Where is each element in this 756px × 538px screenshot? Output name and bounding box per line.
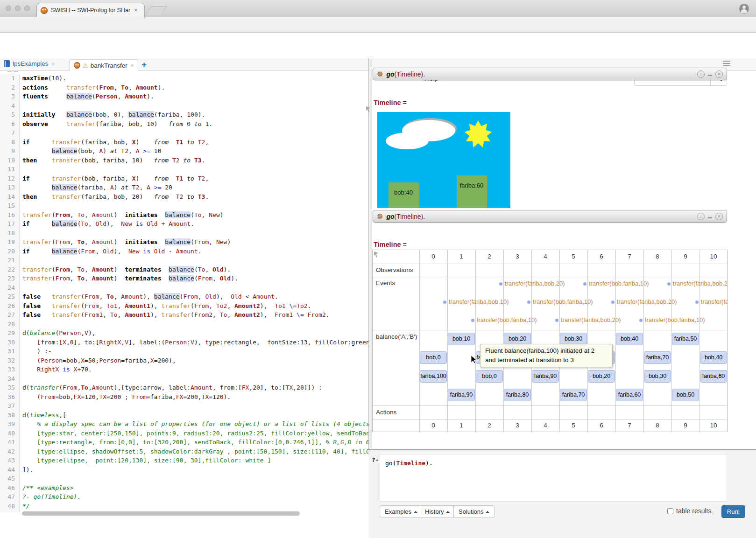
grid-line <box>373 277 727 277</box>
event-dot[interactable] <box>443 300 446 304</box>
balance-box[interactable]: bob,20 <box>504 333 531 345</box>
code-line <box>22 229 368 238</box>
balance-box[interactable]: fariba,100 <box>420 370 447 383</box>
window-close-button[interactable] <box>6 6 11 11</box>
line-number: 11 <box>0 165 15 174</box>
code-line: [type:ellipse, point:[20,130], size:[90,… <box>22 456 368 465</box>
balance-box[interactable]: bob,40 <box>700 351 727 364</box>
event-dot[interactable] <box>639 319 643 322</box>
tab-close-icon[interactable]: × <box>134 7 137 14</box>
close-icon[interactable]: × <box>52 61 55 67</box>
balance-box[interactable]: fariba,60 <box>616 389 643 401</box>
event-dot[interactable] <box>611 300 615 304</box>
balance-box[interactable]: bob,0 <box>420 351 447 364</box>
timeline-table: Observations Events balance('A','B') Act… <box>372 250 728 432</box>
timeline-binding-label: Timeline = <box>374 99 407 106</box>
grid-line <box>373 405 727 406</box>
browser-tab[interactable]: SWISH -- SWI-Prolog for SHar × <box>36 3 145 17</box>
balance-box[interactable]: fariba,90 <box>448 389 475 401</box>
event-dot[interactable] <box>583 282 586 286</box>
window-minimize-button[interactable] <box>15 6 21 11</box>
table-results-checkbox[interactable] <box>667 508 673 514</box>
collapse-icon[interactable] <box>708 75 712 76</box>
balance-box[interactable]: bob,30 <box>560 333 587 345</box>
close-icon[interactable]: × <box>131 63 134 68</box>
balance-box[interactable]: fariba,80 <box>504 389 531 401</box>
resize-handle-icon[interactable] <box>374 252 380 258</box>
code-line: [from:[X,0], to:[RightX,V], label:(Perso… <box>22 338 368 347</box>
resize-handle-icon[interactable] <box>366 106 372 112</box>
row-label-actions: Actions <box>376 409 396 416</box>
results-menu-icon[interactable] <box>723 61 730 68</box>
tab-lps-examples[interactable]: lpsExamples × <box>4 60 55 67</box>
line-number: 32 <box>0 356 15 365</box>
grid-line <box>699 250 700 432</box>
event-dot[interactable] <box>527 300 530 304</box>
code-line: if transfer(bob, fariba, X) from T1 to T… <box>22 174 368 183</box>
line-number: 42 <box>0 447 15 456</box>
balance-box[interactable]: bob,0 <box>476 370 503 383</box>
balance-box[interactable]: bob,30 <box>644 370 671 383</box>
lps-gear-icon: ⚙ <box>377 70 383 77</box>
code-line: (From=bob,FX=120,TX=200 ; From=fariba,FX… <box>22 392 368 402</box>
history-button[interactable]: History <box>420 505 455 518</box>
query-editor[interactable]: go(Timeline). <box>380 454 727 502</box>
code-line: d(transfer(From,To,Amount),[type:arrow, … <box>22 383 368 392</box>
line-number: 33 <box>0 365 15 374</box>
line-number: 44 <box>0 465 15 475</box>
download-icon[interactable]: ↓ <box>697 213 705 220</box>
line-number: 10 <box>0 156 15 165</box>
tab-label: bankTransfer <box>91 62 127 69</box>
column-header: 0 <box>419 253 447 260</box>
line-number: 5 <box>0 110 15 119</box>
profile-icon[interactable] <box>739 4 749 14</box>
tab-bank-transfer[interactable]: ⚠ bankTransfer × <box>69 59 138 71</box>
result-panel-1-header[interactable]: ⚙ go(Timeline). ↓ ✕ <box>373 68 727 80</box>
column-footer: 1 <box>447 422 475 429</box>
close-icon[interactable]: ✕ <box>715 70 723 78</box>
run-button[interactable]: Run! <box>721 505 745 518</box>
close-icon[interactable]: ✕ <box>715 213 723 220</box>
download-icon[interactable]: ↓ <box>697 70 705 78</box>
event-dot[interactable] <box>499 282 502 286</box>
code-line: then transfer(bob, fariba, 10) from T2 t… <box>22 156 368 165</box>
balance-box[interactable]: fariba,70 <box>560 389 587 401</box>
code-line: RightX is X+70. <box>22 365 368 374</box>
mouse-cursor <box>471 356 478 364</box>
tooltip-line-2: and terminated at transition to 3 <box>485 356 608 365</box>
line-number: 48 <box>0 502 15 511</box>
balance-box[interactable]: fariba,70 <box>644 351 671 364</box>
code-editor[interactable]: 1234567891011121314151617181920212223242… <box>0 71 368 513</box>
line-number-gutter: 1234567891011121314151617181920212223242… <box>0 74 20 512</box>
solutions-button[interactable]: Solutions <box>453 505 495 518</box>
event-dot[interactable] <box>667 282 671 286</box>
column-header: 7 <box>615 253 643 260</box>
event-dot[interactable] <box>471 319 474 322</box>
window-zoom-button[interactable] <box>24 6 30 11</box>
event-dot[interactable] <box>695 300 699 304</box>
line-number: 28 <box>0 320 15 329</box>
new-tab-button[interactable] <box>146 6 167 15</box>
balance-box[interactable]: bob,10 <box>448 333 475 345</box>
warning-icon: ⚠ <box>83 62 88 69</box>
code-line: observe transfer(fariba, bob, 10) from 0… <box>22 119 368 129</box>
event-label: transfer(fariba,bob,20) <box>505 280 565 287</box>
balance-box[interactable]: bob,20 <box>588 370 615 383</box>
balance-box[interactable]: fariba,50 <box>672 333 699 345</box>
balance-box[interactable]: bob,50 <box>672 389 699 401</box>
column-footer: 2 <box>475 422 503 429</box>
result-panel-2-header[interactable]: ⚙ go(Timeline). ↓ ✕ <box>373 210 727 223</box>
line-number: 4 <box>0 101 15 111</box>
balance-box[interactable]: fariba,90 <box>532 370 559 383</box>
examples-button[interactable]: Examples <box>380 505 423 518</box>
timeline-binding-label: Timeline = <box>374 241 407 248</box>
grid-line <box>531 250 532 432</box>
add-tab-button[interactable]: + <box>141 60 147 70</box>
balance-box[interactable]: bob,40 <box>616 333 643 345</box>
chevron-up-icon <box>486 511 489 513</box>
collapse-icon[interactable] <box>708 217 712 218</box>
line-number: 35 <box>0 383 15 392</box>
event-dot[interactable] <box>555 319 558 322</box>
balance-box[interactable]: fariba,60 <box>700 370 727 383</box>
editor-horizontal-scrollbar[interactable] <box>22 511 300 516</box>
